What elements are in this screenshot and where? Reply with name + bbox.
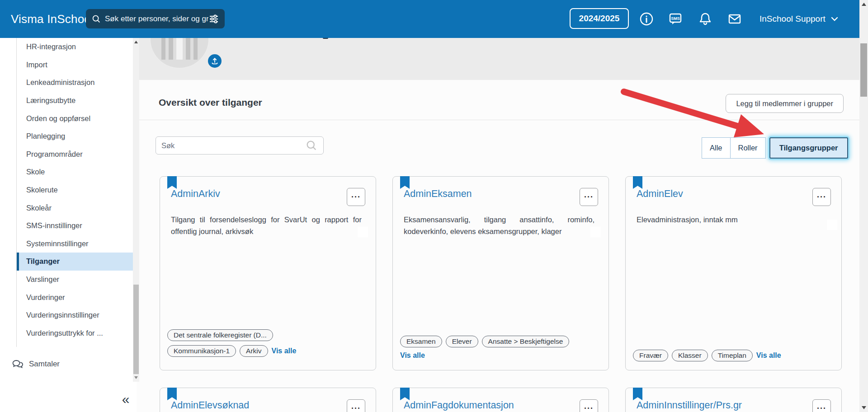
- sidebar-item-skolerute[interactable]: Skolerute: [17, 181, 133, 199]
- bookmark-icon[interactable]: [167, 176, 177, 189]
- scroll-up-icon[interactable]: [862, 3, 866, 6]
- sidebar-item-programomr-der[interactable]: Programområder: [17, 145, 133, 164]
- sidebar-item-skole[interactable]: Skole: [17, 163, 133, 181]
- app-logo[interactable]: Visma InSchool: [11, 0, 94, 38]
- tag-pill-kommunikasjon-1: Kommunikasjon-1: [167, 345, 236, 357]
- card-search: [156, 136, 324, 154]
- card-menu-button[interactable]: ...: [812, 188, 831, 206]
- card-title-link[interactable]: AdminInnstillinger/Prs.gr: [637, 400, 742, 411]
- scroll-down-icon[interactable]: [862, 406, 866, 409]
- filter-button-alle[interactable]: Alle: [702, 137, 731, 159]
- global-search: [86, 9, 225, 28]
- profile-banner: [137, 38, 859, 80]
- user-menu[interactable]: InSchool Support: [760, 0, 839, 38]
- card-menu-button[interactable]: ...: [347, 188, 365, 206]
- bookmark-icon[interactable]: [167, 388, 177, 400]
- add-members-button[interactable]: Legg til medlemmer i grupper: [726, 94, 844, 113]
- card-title-link[interactable]: AdminEksamen: [404, 188, 472, 200]
- sidebar-item-import[interactable]: Import: [17, 56, 133, 74]
- sidebar-item-l-ringsutbytte[interactable]: Læringsutbytte: [17, 92, 133, 110]
- card-tags: EksamenEleverAnsatte > BeskjeftigelseVis…: [400, 336, 576, 360]
- global-search-input[interactable]: [105, 14, 208, 23]
- page-scrollbar[interactable]: [859, 0, 868, 412]
- sidebar-scrollbar[interactable]: [133, 38, 139, 382]
- filter-toggle-group: AlleRollerTilgangsgrupper: [702, 137, 848, 159]
- chevron-down-icon: [830, 14, 839, 23]
- tag-pill-klasser: Klasser: [672, 350, 708, 361]
- bookmark-icon[interactable]: [400, 388, 410, 400]
- info-icon[interactable]: [637, 10, 656, 28]
- sidebar-item-orden-og-oppf-rsel[interactable]: Orden og oppførsel: [17, 109, 133, 127]
- sidebar-item-varslinger[interactable]: Varslinger: [17, 271, 133, 289]
- sidebar-item-vurderingsuttrykk-for[interactable]: Vurderingsuttrykk for ...: [17, 324, 133, 342]
- sidebar-item-sms-innstillinger[interactable]: SMS-innstillinger: [17, 217, 133, 235]
- card-title-link[interactable]: AdminElev: [637, 188, 683, 200]
- hover-checkbox-placeholder: [358, 227, 368, 237]
- hover-checkbox-placeholder: [827, 220, 837, 230]
- sidebar-scrollbar-thumb[interactable]: [133, 285, 139, 374]
- bookmark-icon[interactable]: [400, 176, 410, 189]
- sidebar-item-vurderinger[interactable]: Vurderinger: [17, 288, 133, 306]
- svg-text:SMS: SMS: [671, 16, 680, 21]
- search-icon: [305, 139, 318, 152]
- sidebar-item-planlegging[interactable]: Planlegging: [17, 127, 133, 145]
- page-scrollbar-thumb[interactable]: [860, 43, 867, 97]
- mail-icon[interactable]: [726, 10, 744, 28]
- sidebar-item-hr-integrasjon[interactable]: HR-integrasjon: [17, 38, 133, 56]
- sidebar-item-vurderingsinnstillinger[interactable]: Vurderingsinnstillinger: [17, 306, 133, 324]
- sidebar-item-label: Samtaler: [29, 360, 60, 369]
- sidebar: HR-integrasjonImportLenkeadministrasjonL…: [0, 38, 137, 412]
- upload-avatar-button[interactable]: [208, 54, 222, 68]
- tag-pill-elever: Elever: [446, 336, 478, 347]
- sidebar-item-systeminnstillinger[interactable]: Systeminnstillinger: [17, 235, 133, 253]
- card-title-link[interactable]: AdminElevsøknad: [171, 400, 249, 411]
- sidebar-nav: HR-integrasjonImportLenkeadministrasjonL…: [17, 38, 133, 342]
- sidebar-collapse-button[interactable]: «: [117, 391, 135, 407]
- search-icon: [91, 14, 101, 24]
- tag-pill-timeplan: Timeplan: [712, 350, 753, 361]
- app-window: HR-integrasjonImportLenkeadministrasjonL…: [0, 0, 868, 412]
- access-groups-grid: AdminArkiv...Tilgang til forsendelseslog…: [137, 176, 859, 370]
- card-description: Eksamensansvarlig, tilgang ansattinfo, r…: [404, 214, 594, 237]
- sidebar-item-tilganger[interactable]: Tilganger: [17, 253, 133, 271]
- card-menu-button[interactable]: ...: [580, 399, 598, 412]
- show-all-link[interactable]: Vis alle: [272, 347, 297, 355]
- card-title-link[interactable]: AdminArkiv: [171, 188, 220, 200]
- access-group-card-partial: AdminFagdokumentasjon...: [392, 388, 609, 412]
- tag-pill-arkiv: Arkiv: [240, 345, 268, 357]
- sms-icon[interactable]: SMS: [666, 10, 684, 28]
- school-year-selector[interactable]: 2024/2025: [570, 8, 629, 29]
- card-menu-button[interactable]: ...: [812, 399, 831, 412]
- access-groups-grid-row2: AdminElevsøknad...AdminFagdokumentasjon.…: [137, 388, 859, 412]
- card-description: Elevadministrasjon, inntak mm: [637, 214, 827, 225]
- search-input[interactable]: [161, 141, 305, 150]
- search-filter-icon[interactable]: [208, 14, 219, 24]
- card-menu-button[interactable]: ...: [347, 399, 365, 412]
- main-panel: Oversikt over tilganger Legg til medlemm…: [137, 80, 859, 412]
- bookmark-icon[interactable]: [633, 176, 642, 189]
- card-tags: Det sentrale folkeregister (D...Kommunik…: [167, 329, 303, 357]
- access-group-card: AdminEksamen...Eksamensansvarlig, tilgan…: [392, 176, 609, 370]
- sidebar-item-samtaler[interactable]: Samtaler: [0, 354, 133, 374]
- user-menu-label: InSchool Support: [760, 14, 826, 24]
- show-all-link[interactable]: Vis alle: [400, 351, 425, 360]
- tag-pill-frav-r: Fravær: [633, 350, 668, 361]
- access-group-card: AdminElev...Elevadministrasjon, inntak m…: [625, 176, 842, 370]
- filter-button-tilgangsgrupper[interactable]: Tilgangsgrupper: [769, 137, 848, 159]
- filter-button-roller[interactable]: Roller: [730, 137, 766, 159]
- access-group-card-partial: AdminElevsøknad...: [160, 388, 376, 412]
- card-title-link[interactable]: AdminFagdokumentasjon: [404, 400, 514, 411]
- bookmark-icon[interactable]: [633, 388, 642, 400]
- page-title: Oversikt over tilganger: [159, 97, 262, 108]
- bell-icon[interactable]: [696, 10, 714, 28]
- sidebar-item-lenkeadministrasjon[interactable]: Lenkeadministrasjon: [17, 74, 133, 92]
- access-group-card-partial: AdminInnstillinger/Prs.gr...: [625, 388, 842, 412]
- scroll-up-icon[interactable]: [134, 41, 138, 43]
- scroll-down-icon[interactable]: [134, 376, 138, 379]
- tag-pill-det-sentrale-folkeregister-d: Det sentrale folkeregister (D...: [167, 329, 273, 341]
- card-tags: FraværKlasserTimeplanVis alle: [633, 350, 832, 361]
- sidebar-item-skole-r[interactable]: Skoleår: [17, 199, 133, 217]
- card-menu-button[interactable]: ...: [580, 188, 598, 206]
- hover-checkbox-placeholder: [590, 227, 601, 237]
- show-all-link[interactable]: Vis alle: [756, 351, 781, 360]
